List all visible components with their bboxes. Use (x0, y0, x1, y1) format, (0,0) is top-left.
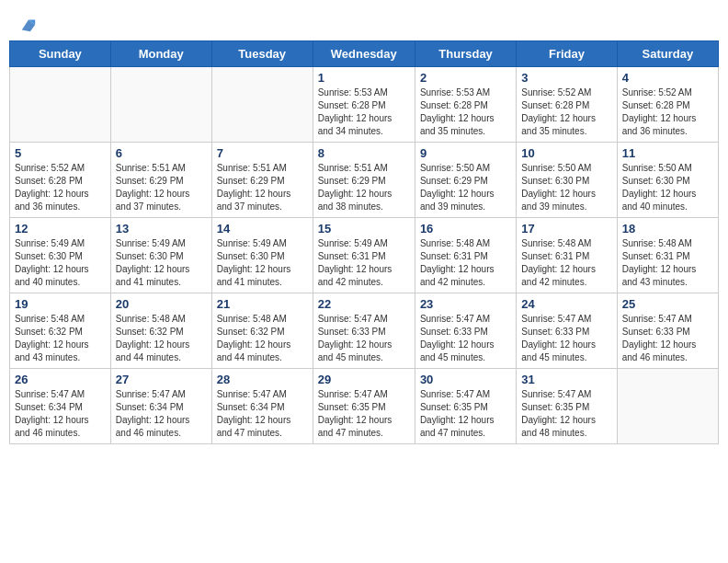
day-of-week-header: Wednesday (313, 41, 415, 67)
day-info: Sunrise: 5:48 AMSunset: 6:31 PMDaylight:… (622, 237, 713, 289)
logo-icon (20, 17, 37, 33)
calendar-day-cell (617, 369, 718, 444)
day-of-week-header: Monday (110, 41, 211, 67)
day-info: Sunrise: 5:49 AMSunset: 6:30 PMDaylight:… (15, 237, 106, 289)
day-info: Sunrise: 5:52 AMSunset: 6:28 PMDaylight:… (15, 162, 106, 213)
day-number: 23 (420, 297, 511, 311)
day-number: 22 (318, 297, 410, 311)
calendar-day-cell: 9Sunrise: 5:50 AMSunset: 6:29 PMDaylight… (415, 143, 516, 218)
day-info: Sunrise: 5:47 AMSunset: 6:33 PMDaylight:… (420, 313, 511, 364)
day-info: Sunrise: 5:51 AMSunset: 6:29 PMDaylight:… (318, 162, 410, 213)
calendar-day-cell: 22Sunrise: 5:47 AMSunset: 6:33 PMDayligh… (313, 293, 415, 369)
day-number: 13 (116, 222, 207, 236)
calendar-day-cell: 13Sunrise: 5:49 AMSunset: 6:30 PMDayligh… (110, 218, 211, 293)
day-number: 29 (318, 373, 410, 386)
calendar-day-cell: 16Sunrise: 5:48 AMSunset: 6:31 PMDayligh… (415, 218, 516, 293)
day-number: 15 (318, 222, 410, 236)
day-info: Sunrise: 5:49 AMSunset: 6:31 PMDaylight:… (318, 237, 410, 289)
calendar-day-cell (110, 67, 211, 143)
calendar-day-cell: 26Sunrise: 5:47 AMSunset: 6:34 PMDayligh… (10, 369, 111, 444)
day-info: Sunrise: 5:48 AMSunset: 6:31 PMDaylight:… (521, 237, 611, 289)
day-info: Sunrise: 5:47 AMSunset: 6:35 PMDaylight:… (420, 388, 511, 440)
day-of-week-header: Tuesday (211, 41, 313, 67)
calendar-day-cell: 19Sunrise: 5:48 AMSunset: 6:32 PMDayligh… (10, 293, 111, 369)
day-info: Sunrise: 5:49 AMSunset: 6:30 PMDaylight:… (116, 237, 207, 289)
day-number: 6 (116, 146, 207, 160)
day-number: 16 (420, 222, 511, 236)
calendar-day-cell (211, 67, 313, 143)
day-info: Sunrise: 5:47 AMSunset: 6:34 PMDaylight:… (15, 388, 106, 440)
calendar-header-row: SundayMondayTuesdayWednesdayThursdayFrid… (10, 41, 719, 67)
day-info: Sunrise: 5:47 AMSunset: 6:34 PMDaylight:… (217, 388, 308, 440)
day-number: 7 (217, 146, 308, 160)
day-info: Sunrise: 5:48 AMSunset: 6:31 PMDaylight:… (420, 237, 511, 289)
day-of-week-header: Sunday (10, 41, 111, 67)
day-info: Sunrise: 5:52 AMSunset: 6:28 PMDaylight:… (622, 86, 713, 138)
calendar-week-row: 26Sunrise: 5:47 AMSunset: 6:34 PMDayligh… (10, 369, 719, 444)
calendar-day-cell: 2Sunrise: 5:53 AMSunset: 6:28 PMDaylight… (415, 67, 516, 143)
calendar-day-cell: 11Sunrise: 5:50 AMSunset: 6:30 PMDayligh… (617, 143, 718, 218)
day-number: 9 (420, 146, 511, 160)
day-info: Sunrise: 5:50 AMSunset: 6:29 PMDaylight:… (420, 162, 511, 213)
day-info: Sunrise: 5:50 AMSunset: 6:30 PMDaylight:… (622, 162, 713, 213)
day-info: Sunrise: 5:48 AMSunset: 6:32 PMDaylight:… (15, 313, 106, 364)
day-number: 20 (116, 297, 207, 311)
calendar-day-cell: 10Sunrise: 5:50 AMSunset: 6:30 PMDayligh… (517, 143, 617, 218)
calendar-day-cell: 23Sunrise: 5:47 AMSunset: 6:33 PMDayligh… (415, 293, 516, 369)
day-number: 28 (217, 373, 308, 386)
day-of-week-header: Thursday (415, 41, 516, 67)
calendar-day-cell: 15Sunrise: 5:49 AMSunset: 6:31 PMDayligh… (313, 218, 415, 293)
day-number: 5 (15, 146, 106, 160)
day-number: 27 (116, 373, 207, 386)
day-number: 10 (521, 146, 611, 160)
day-info: Sunrise: 5:47 AMSunset: 6:35 PMDaylight:… (318, 388, 410, 440)
day-info: Sunrise: 5:48 AMSunset: 6:32 PMDaylight:… (217, 313, 308, 364)
day-number: 4 (622, 71, 713, 85)
calendar-day-cell: 31Sunrise: 5:47 AMSunset: 6:35 PMDayligh… (517, 369, 617, 444)
day-info: Sunrise: 5:47 AMSunset: 6:34 PMDaylight:… (116, 388, 207, 440)
calendar-week-row: 12Sunrise: 5:49 AMSunset: 6:30 PMDayligh… (10, 218, 719, 293)
day-number: 3 (521, 71, 611, 85)
day-info: Sunrise: 5:50 AMSunset: 6:30 PMDaylight:… (521, 162, 611, 213)
day-info: Sunrise: 5:53 AMSunset: 6:28 PMDaylight:… (420, 86, 511, 138)
logo (18, 17, 37, 33)
day-number: 21 (217, 297, 308, 311)
day-info: Sunrise: 5:51 AMSunset: 6:29 PMDaylight:… (217, 162, 308, 213)
calendar-day-cell: 6Sunrise: 5:51 AMSunset: 6:29 PMDaylight… (110, 143, 211, 218)
calendar-day-cell: 8Sunrise: 5:51 AMSunset: 6:29 PMDaylight… (313, 143, 415, 218)
calendar-week-row: 1Sunrise: 5:53 AMSunset: 6:28 PMDaylight… (10, 67, 719, 143)
calendar-day-cell: 29Sunrise: 5:47 AMSunset: 6:35 PMDayligh… (313, 369, 415, 444)
day-number: 24 (521, 297, 611, 311)
day-info: Sunrise: 5:47 AMSunset: 6:33 PMDaylight:… (318, 313, 410, 364)
calendar: SundayMondayTuesdayWednesdayThursdayFrid… (9, 40, 719, 444)
calendar-day-cell: 1Sunrise: 5:53 AMSunset: 6:28 PMDaylight… (313, 67, 415, 143)
calendar-day-cell: 28Sunrise: 5:47 AMSunset: 6:34 PMDayligh… (211, 369, 313, 444)
day-info: Sunrise: 5:49 AMSunset: 6:30 PMDaylight:… (217, 237, 308, 289)
day-number: 19 (15, 297, 106, 311)
day-number: 8 (318, 146, 410, 160)
calendar-day-cell: 14Sunrise: 5:49 AMSunset: 6:30 PMDayligh… (211, 218, 313, 293)
day-number: 25 (622, 297, 713, 311)
day-number: 30 (420, 373, 511, 386)
day-of-week-header: Friday (517, 41, 617, 67)
day-number: 26 (15, 373, 106, 386)
calendar-week-row: 19Sunrise: 5:48 AMSunset: 6:32 PMDayligh… (10, 293, 719, 369)
day-info: Sunrise: 5:47 AMSunset: 6:33 PMDaylight:… (521, 313, 611, 364)
day-info: Sunrise: 5:48 AMSunset: 6:32 PMDaylight:… (116, 313, 207, 364)
calendar-day-cell: 5Sunrise: 5:52 AMSunset: 6:28 PMDaylight… (10, 143, 111, 218)
calendar-day-cell: 3Sunrise: 5:52 AMSunset: 6:28 PMDaylight… (517, 67, 617, 143)
calendar-day-cell: 25Sunrise: 5:47 AMSunset: 6:33 PMDayligh… (617, 293, 718, 369)
calendar-day-cell: 20Sunrise: 5:48 AMSunset: 6:32 PMDayligh… (110, 293, 211, 369)
calendar-day-cell: 12Sunrise: 5:49 AMSunset: 6:30 PMDayligh… (10, 218, 111, 293)
calendar-day-cell: 4Sunrise: 5:52 AMSunset: 6:28 PMDaylight… (617, 67, 718, 143)
day-info: Sunrise: 5:51 AMSunset: 6:29 PMDaylight:… (116, 162, 207, 213)
day-info: Sunrise: 5:47 AMSunset: 6:35 PMDaylight:… (521, 388, 611, 440)
calendar-day-cell: 24Sunrise: 5:47 AMSunset: 6:33 PMDayligh… (517, 293, 617, 369)
day-number: 2 (420, 71, 511, 85)
day-info: Sunrise: 5:47 AMSunset: 6:33 PMDaylight:… (622, 313, 713, 364)
header (9, 9, 719, 37)
day-of-week-header: Saturday (617, 41, 718, 67)
calendar-day-cell: 21Sunrise: 5:48 AMSunset: 6:32 PMDayligh… (211, 293, 313, 369)
calendar-day-cell: 7Sunrise: 5:51 AMSunset: 6:29 PMDaylight… (211, 143, 313, 218)
calendar-day-cell (10, 67, 111, 143)
